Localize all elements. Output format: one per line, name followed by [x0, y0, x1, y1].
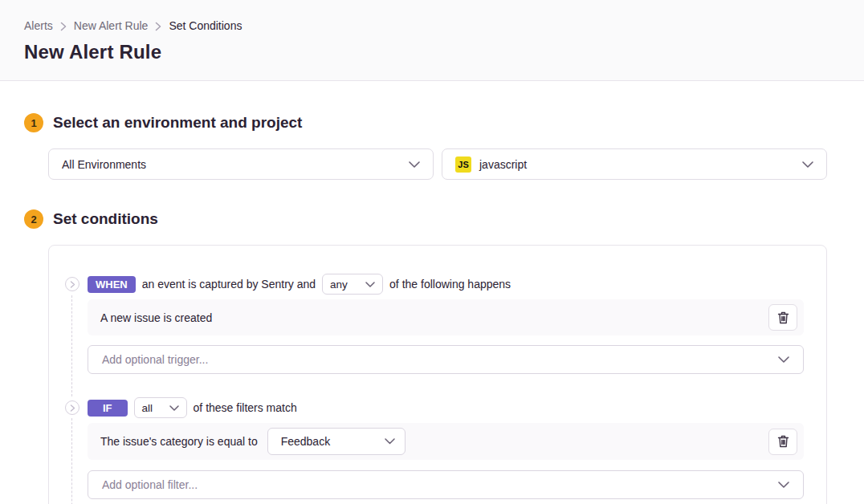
trigger-condition-label: A new issue is created [100, 311, 212, 324]
when-match-select-value: any [330, 278, 365, 291]
add-trigger-placeholder: Add optional trigger... [102, 353, 778, 366]
connector-dashed-line [71, 295, 72, 396]
step2-heading: 2 Set conditions [24, 209, 864, 229]
step1-number-badge: 1 [24, 113, 43, 132]
when-gutter [65, 274, 88, 374]
project-select[interactable]: JS javascript [442, 148, 827, 180]
step1-heading: 1 Select an environment and project [24, 113, 864, 132]
environment-select[interactable]: All Environments [48, 148, 434, 180]
connector-dashed-line [71, 418, 72, 504]
environment-project-row: All Environments JS javascript [48, 148, 827, 180]
project-select-value: javascript [479, 158, 802, 171]
if-filter-group: IF all of these filters match The issue'… [65, 398, 804, 499]
step2-number-badge: 2 [24, 209, 43, 229]
page-title: New Alert Rule [24, 41, 840, 63]
add-filter-select[interactable]: Add optional filter... [88, 470, 804, 499]
when-badge: WHEN [88, 276, 136, 293]
delete-filter-button[interactable] [768, 429, 797, 455]
step1-title: Select an environment and project [53, 114, 302, 132]
filter-condition-row: The issue's category is equal to Feedbac… [88, 423, 804, 460]
trash-icon [777, 311, 789, 324]
if-sentence: IF all of these filters match [88, 398, 804, 417]
conditions-panel: WHEN an event is captured by Sentry and … [48, 245, 827, 504]
chevron-down-icon [385, 438, 395, 445]
if-gutter [65, 398, 88, 499]
filter-condition-label: The issue's category is equal to [100, 435, 258, 448]
javascript-platform-icon: JS [455, 156, 471, 173]
filter-category-select[interactable]: Feedback [267, 428, 406, 455]
when-sentence: WHEN an event is captured by Sentry and … [88, 274, 804, 294]
when-content: WHEN an event is captured by Sentry and … [88, 274, 804, 374]
add-filter-placeholder: Add optional filter... [102, 478, 778, 491]
if-badge: IF [88, 400, 128, 417]
if-match-select[interactable]: all [134, 397, 187, 418]
delete-trigger-button[interactable] [768, 304, 797, 331]
breadcrumb-new-alert-rule[interactable]: New Alert Rule [74, 19, 149, 32]
chevron-down-icon [778, 356, 789, 363]
page-header: Alerts New Alert Rule Set Conditions New… [0, 0, 864, 81]
breadcrumb: Alerts New Alert Rule Set Conditions [24, 19, 840, 32]
chevron-down-icon [802, 161, 813, 168]
chevron-right-icon [60, 22, 67, 31]
chevron-circle-icon [65, 400, 79, 415]
when-text-after: of the following happens [389, 278, 511, 291]
when-condition-group: WHEN an event is captured by Sentry and … [65, 274, 804, 374]
trigger-condition-row: A new issue is created [88, 299, 804, 335]
environment-select-value: All Environments [62, 158, 409, 171]
add-trigger-select[interactable]: Add optional trigger... [88, 345, 804, 374]
chevron-circle-icon [65, 277, 79, 291]
main-content: 1 Select an environment and project All … [0, 113, 864, 504]
breadcrumb-set-conditions: Set Conditions [169, 19, 242, 32]
chevron-down-icon [778, 482, 789, 488]
chevron-right-icon [155, 22, 161, 31]
breadcrumb-alerts[interactable]: Alerts [24, 19, 53, 32]
when-match-select[interactable]: any [322, 274, 383, 295]
chevron-down-icon [409, 161, 420, 168]
trash-icon [777, 435, 789, 448]
when-text-before: an event is captured by Sentry and [142, 278, 316, 291]
chevron-down-icon [365, 282, 375, 287]
chevron-down-icon [169, 405, 179, 411]
step2-title: Set conditions [53, 210, 158, 228]
if-text-after: of these filters match [194, 401, 297, 414]
if-match-select-value: all [142, 402, 169, 414]
filter-category-select-value: Feedback [281, 435, 385, 448]
if-content: IF all of these filters match The issue'… [88, 398, 804, 499]
